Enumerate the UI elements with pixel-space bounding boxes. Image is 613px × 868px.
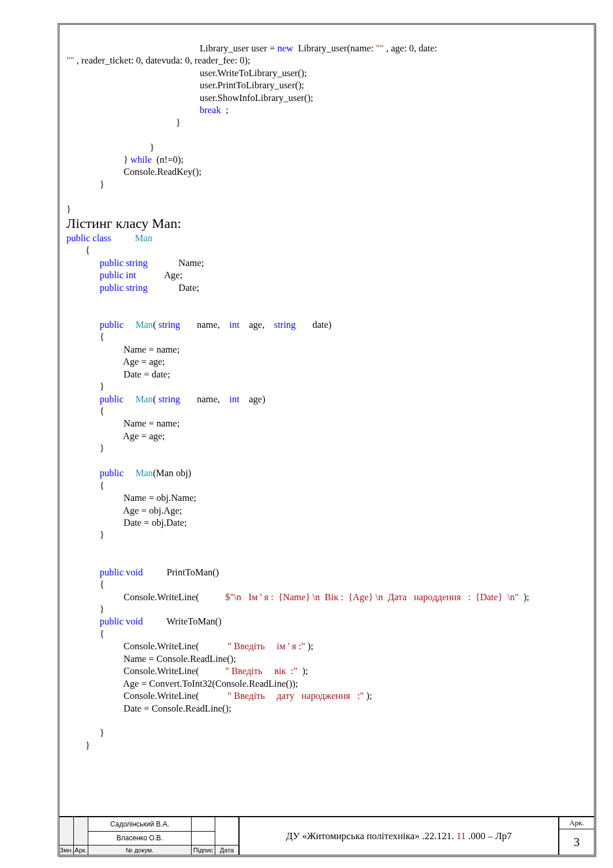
cell-empty: [59, 817, 74, 845]
names-column: Садолінський В.А. Власенко О.В.: [88, 817, 192, 845]
labels-row: Змн. Арк. № докум. Підпис Дата: [59, 845, 238, 855]
code-text: );: [305, 641, 313, 652]
code-text: Console.ReadKey();: [66, 166, 201, 177]
doc-title-b: 11: [457, 830, 466, 841]
code-text: WriteToMan(): [143, 616, 221, 627]
code-text: );: [519, 592, 529, 603]
code-text: ;: [221, 104, 229, 115]
code-text: }: [66, 443, 104, 454]
code-text: );: [297, 665, 308, 676]
code-text: Age = Convert.ToInt32(Console.ReadLine()…: [66, 678, 298, 689]
keyword: public: [66, 394, 124, 405]
code-text: user.ShowInfoLibrary_user();: [66, 92, 313, 103]
code-text: Library_user user =: [66, 43, 277, 54]
date-column: [215, 817, 238, 845]
code-listing: Library_user user = new Library_user(nam…: [66, 42, 587, 751]
code-text: }: [66, 154, 130, 165]
code-text: Console.WriteLine(: [66, 641, 199, 652]
code-text: (: [153, 319, 159, 330]
keyword: int: [222, 394, 240, 405]
code-text: }: [66, 117, 181, 128]
code-text: }: [66, 381, 104, 392]
string-literal: $": [199, 592, 234, 603]
keyword: public class: [66, 233, 111, 244]
code-text: [66, 104, 200, 115]
signature-column: [192, 817, 215, 845]
keyword: string: [159, 394, 181, 405]
code-text: Name = obj.Name;: [66, 492, 196, 503]
code-text: Date;: [148, 282, 199, 293]
cell-empty: [192, 832, 215, 845]
code-text: Age = obj.Age;: [66, 505, 182, 516]
keyword: public string: [66, 282, 148, 293]
string-literal: "": [376, 43, 383, 54]
code-text: {: [66, 245, 90, 256]
code-text: Console.WriteLine(: [66, 690, 199, 701]
code-text: Library_user(name:: [293, 43, 376, 54]
code-text: {: [66, 579, 104, 590]
code-text: {: [66, 406, 104, 417]
code-text: }: [66, 179, 104, 190]
keyword: public string: [66, 257, 148, 268]
code-text: }: [66, 142, 154, 153]
code-text: user.WriteToLibrary_user();: [66, 68, 307, 78]
keyword: string: [274, 319, 296, 330]
cell-empty: [74, 817, 88, 845]
keyword: string: [159, 319, 181, 330]
code-text: Name = Console.ReadLine();: [66, 653, 236, 664]
string-literal: " Введіть ім ' я :": [199, 641, 305, 652]
code-text: (Man obj): [153, 467, 191, 478]
document-frame: Library_user user = new Library_user(nam…: [58, 23, 596, 856]
label-ark-right: Арк.: [559, 817, 594, 829]
page: Library_user user = new Library_user(nam…: [0, 0, 613, 868]
string-literal: \n Дата народдення : {Date}: [376, 592, 507, 603]
label-zmn: Змн.: [59, 845, 74, 855]
code-text: }: [66, 604, 104, 615]
code-text: Age = age;: [66, 431, 165, 442]
code-text: user.PrintToLibrary_user();: [66, 80, 304, 91]
type-name: Man: [124, 319, 153, 330]
code-text: {: [66, 480, 104, 491]
string-literal: \n Iм ' я : {Name}: [234, 592, 312, 603]
type-name: Man: [124, 394, 153, 405]
doc-title-c: .000 – Лр7: [466, 830, 512, 841]
code-text: {: [66, 628, 104, 639]
keyword: public: [66, 319, 124, 330]
code-text: );: [364, 690, 372, 701]
code-text: }: [66, 529, 104, 540]
keyword: public void: [66, 616, 143, 627]
code-text: , age: 0, date:: [384, 43, 440, 54]
code-text: {: [66, 331, 104, 342]
code-text: PrintToMan(): [143, 567, 219, 578]
section-heading: Лістинг класу Man:: [66, 216, 181, 231]
title-block-left: Садолінський В.А. Власенко О.В. Змн. Арк…: [59, 817, 238, 855]
keyword: public: [66, 467, 124, 478]
code-text: Date = date;: [66, 369, 170, 380]
code-text: Age;: [136, 270, 183, 280]
code-text: Name = name;: [66, 344, 180, 355]
code-text: name,: [180, 319, 222, 330]
keyword-new: new: [277, 43, 293, 54]
code-text: }: [66, 204, 71, 215]
label-data: Дата: [215, 845, 238, 855]
code-text: Date = Console.ReadLine();: [66, 703, 231, 714]
code-text: Console.WriteLine(: [66, 592, 199, 603]
string-literal: \n Вік : {Age}: [313, 592, 376, 603]
string-literal: \n": [507, 592, 519, 603]
author-name: Власенко О.В.: [88, 832, 191, 845]
code-text: date): [296, 319, 331, 330]
code-text: Name;: [148, 257, 204, 268]
label-pidpis: Підпис: [192, 845, 215, 855]
keyword: public void: [66, 567, 143, 578]
code-text: Age = age;: [66, 356, 165, 367]
code-text: (n!=0);: [152, 154, 184, 165]
code-text: (: [153, 394, 159, 405]
document-number: ДУ «Житомирська політехніка» .22.121. 11…: [238, 817, 559, 855]
title-block-right: Арк. 3: [559, 817, 594, 855]
string-literal: "": [66, 55, 74, 66]
page-number: 3: [559, 829, 594, 855]
type-name: Man: [111, 233, 152, 244]
code-text: age,: [240, 319, 274, 330]
cell-empty: [192, 817, 215, 832]
keyword: int: [222, 319, 240, 330]
